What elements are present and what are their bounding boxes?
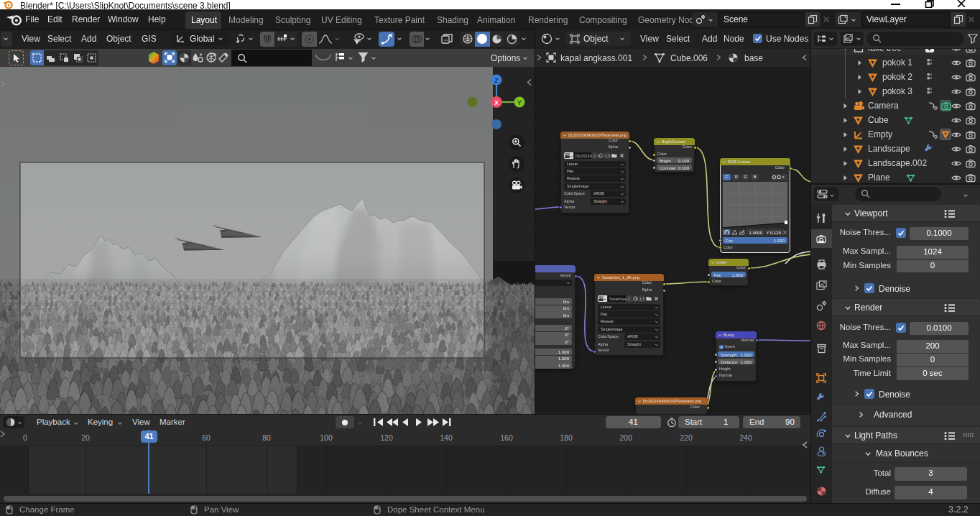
svg-text:Y: Y bbox=[517, 99, 522, 106]
svg-text:Z: Z bbox=[494, 77, 499, 84]
svg-text:X: X bbox=[494, 99, 499, 106]
